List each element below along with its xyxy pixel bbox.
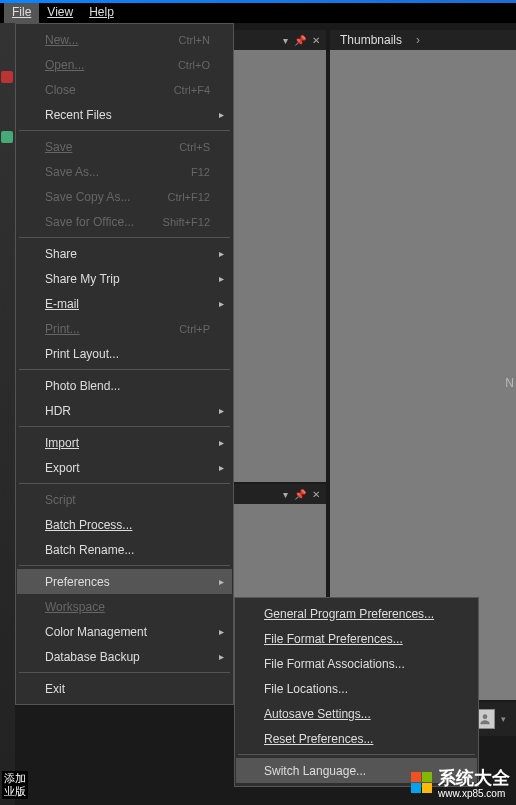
- menu-email[interactable]: E-mail: [17, 291, 232, 316]
- watermark-url: www.xp85.com: [438, 788, 510, 799]
- menu-separator: [19, 130, 230, 131]
- menubar-file[interactable]: File: [4, 3, 39, 23]
- menu-share[interactable]: Share: [17, 241, 232, 266]
- pin-icon[interactable]: 📌: [294, 489, 306, 500]
- menubar: File View Help: [0, 3, 516, 23]
- menu-exit[interactable]: Exit: [17, 676, 232, 701]
- menu-separator: [19, 672, 230, 673]
- menu-save-as[interactable]: Save As...F12: [17, 159, 232, 184]
- left-thumbnail-strip: [0, 23, 15, 805]
- menu-export[interactable]: Export: [17, 455, 232, 480]
- close-icon[interactable]: ✕: [312, 489, 320, 500]
- chevron-right-icon[interactable]: ›: [416, 33, 420, 47]
- menu-hdr[interactable]: HDR: [17, 398, 232, 423]
- menu-database-backup[interactable]: Database Backup: [17, 644, 232, 669]
- menu-share-my-trip[interactable]: Share My Trip: [17, 266, 232, 291]
- menu-separator: [19, 369, 230, 370]
- menu-batch-process[interactable]: Batch Process...: [17, 512, 232, 537]
- menu-separator: [238, 754, 475, 755]
- svg-point-0: [483, 714, 488, 719]
- dropdown-icon[interactable]: ▾: [283, 489, 288, 500]
- thumbnails-panel-header: Thumbnails ›: [330, 30, 516, 50]
- menu-batch-rename[interactable]: Batch Rename...: [17, 537, 232, 562]
- menu-recent-files[interactable]: Recent Files: [17, 102, 232, 127]
- menu-script[interactable]: Script: [17, 487, 232, 512]
- watermark-logo-icon: [411, 772, 432, 793]
- submenu-general-prefs[interactable]: General Program Preferences...: [236, 601, 477, 626]
- menubar-view[interactable]: View: [39, 3, 81, 23]
- thumbnails-label: Thumbnails: [340, 33, 402, 47]
- menu-workspace[interactable]: Workspace: [17, 594, 232, 619]
- menu-print[interactable]: Print...Ctrl+P: [17, 316, 232, 341]
- dropdown-icon[interactable]: ▾: [283, 35, 288, 46]
- menu-open[interactable]: Open...Ctrl+O: [17, 52, 232, 77]
- menu-import[interactable]: Import: [17, 430, 232, 455]
- dropdown-icon[interactable]: ▾: [501, 714, 506, 724]
- file-menu: New...Ctrl+N Open...Ctrl+O CloseCtrl+F4 …: [15, 23, 234, 705]
- watermark-text: 系统大全: [438, 768, 510, 788]
- menu-separator: [19, 426, 230, 427]
- cn-overlay-badge: 添加 业版: [2, 771, 28, 799]
- panel-header-secondary: ▾ 📌 ✕: [234, 484, 326, 504]
- submenu-file-format-assoc[interactable]: File Format Associations...: [236, 651, 477, 676]
- menu-separator: [19, 237, 230, 238]
- menu-color-management[interactable]: Color Management: [17, 619, 232, 644]
- menu-preferences[interactable]: Preferences: [17, 569, 232, 594]
- panel-body-left: [234, 50, 326, 482]
- menu-separator: [19, 483, 230, 484]
- truncated-text: N: [505, 376, 514, 390]
- menu-separator: [19, 565, 230, 566]
- preferences-submenu: General Program Preferences... File Form…: [234, 597, 479, 787]
- submenu-file-format-prefs[interactable]: File Format Preferences...: [236, 626, 477, 651]
- menu-save-for-office[interactable]: Save for Office...Shift+F12: [17, 209, 232, 234]
- submenu-reset-preferences[interactable]: Reset Preferences...: [236, 726, 477, 751]
- submenu-autosave-settings[interactable]: Autosave Settings...: [236, 701, 477, 726]
- submenu-file-locations[interactable]: File Locations...: [236, 676, 477, 701]
- menu-new[interactable]: New...Ctrl+N: [17, 27, 232, 52]
- menu-save-copy-as[interactable]: Save Copy As...Ctrl+F12: [17, 184, 232, 209]
- close-icon[interactable]: ✕: [312, 35, 320, 46]
- menu-save[interactable]: SaveCtrl+S: [17, 134, 232, 159]
- menu-print-layout[interactable]: Print Layout...: [17, 341, 232, 366]
- panel-header-left: ▾ 📌 ✕: [234, 30, 326, 50]
- menu-close[interactable]: CloseCtrl+F4: [17, 77, 232, 102]
- pin-icon[interactable]: 📌: [294, 35, 306, 46]
- menu-photo-blend[interactable]: Photo Blend...: [17, 373, 232, 398]
- menubar-help[interactable]: Help: [81, 3, 122, 23]
- watermark: 系统大全 www.xp85.com: [411, 766, 510, 799]
